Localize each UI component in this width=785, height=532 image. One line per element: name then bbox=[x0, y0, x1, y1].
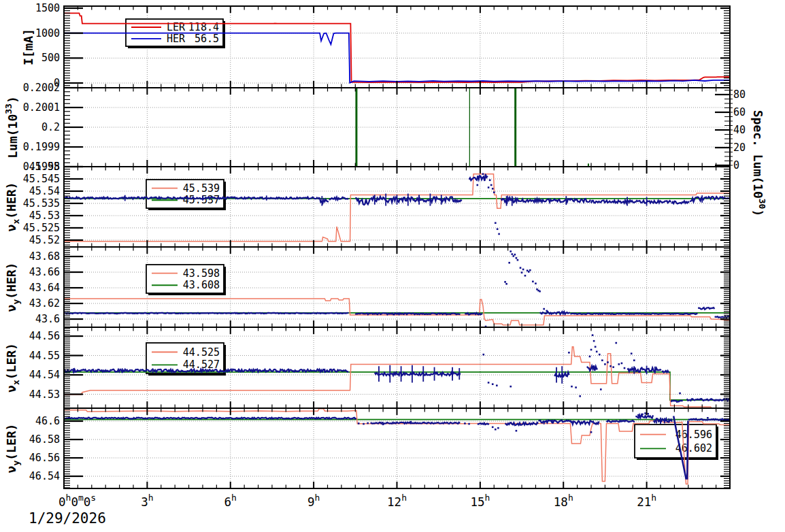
data-point bbox=[410, 421, 412, 423]
y-tick-label: 46.58 bbox=[29, 433, 60, 446]
series-nux-her-meas bbox=[469, 176, 488, 181]
data-point bbox=[590, 349, 592, 351]
data-point bbox=[516, 430, 518, 432]
x-tick-label: 6h bbox=[224, 493, 237, 509]
data-point bbox=[539, 290, 541, 293]
y-tick-label: 500 bbox=[41, 52, 60, 64]
data-point bbox=[363, 423, 365, 425]
series-nux-her-meas bbox=[371, 197, 462, 202]
right-tick-label: 60 bbox=[733, 106, 746, 118]
right-tick-label: 0 bbox=[733, 159, 739, 171]
data-point bbox=[589, 356, 591, 358]
y-tick-label: 45.525 bbox=[23, 222, 60, 234]
data-point bbox=[615, 342, 617, 344]
data-point bbox=[498, 233, 500, 235]
data-point bbox=[641, 414, 644, 416]
series-nux-her-meas bbox=[690, 197, 707, 202]
x-tick-label: 15h bbox=[470, 493, 490, 509]
series-nuy-her-meas bbox=[64, 313, 348, 314]
y-tick-label: 46.6 bbox=[35, 415, 60, 427]
series-nux-her-meas bbox=[518, 199, 590, 202]
data-point bbox=[612, 366, 614, 368]
series-nuy-her-meas bbox=[570, 314, 697, 314]
legend-value: 45.539 bbox=[183, 182, 220, 195]
data-point bbox=[510, 386, 512, 388]
data-point bbox=[520, 267, 522, 269]
data-point bbox=[579, 395, 581, 397]
y-axis-title-beam-current: I[mA] bbox=[21, 29, 35, 65]
data-point bbox=[358, 422, 360, 425]
panel-nuy-her: 43.59843.608 bbox=[64, 248, 730, 329]
legend-value: 56.5 bbox=[195, 33, 219, 45]
legend-value: 44.525 bbox=[183, 346, 220, 359]
data-point bbox=[511, 253, 513, 255]
y-tick-label: 46.54 bbox=[29, 470, 60, 482]
series-nux-ler-meas bbox=[375, 372, 461, 376]
y-axis-title-nuy-ler: νy(LER) bbox=[4, 424, 21, 473]
panel-luminosity bbox=[65, 88, 729, 167]
series-nuy-her-meas bbox=[698, 307, 714, 310]
data-point bbox=[679, 393, 681, 395]
y-tick-label: 0.1999 bbox=[23, 141, 60, 153]
right-tick-label: 20 bbox=[733, 142, 746, 154]
x-tick-label: 18h bbox=[554, 493, 573, 509]
series-nux-her-meas bbox=[329, 197, 348, 200]
date-label: 1/29/2026 bbox=[29, 510, 106, 527]
data-point bbox=[543, 308, 545, 310]
series-nuy-her-meas bbox=[540, 312, 570, 314]
data-point bbox=[490, 184, 492, 186]
y-tick-label: 44.54 bbox=[29, 369, 60, 381]
data-point bbox=[489, 179, 491, 181]
data-point bbox=[633, 359, 635, 361]
data-point bbox=[609, 365, 612, 367]
series-nuy-ler-meas bbox=[607, 420, 635, 422]
y-tick-label: 45.53 bbox=[29, 210, 60, 222]
data-point bbox=[631, 352, 633, 354]
data-point bbox=[505, 283, 507, 285]
y-axis-title-luminosity: Lum(1033) bbox=[3, 96, 20, 159]
series-nuy-ler-meas bbox=[64, 418, 356, 419]
data-point bbox=[497, 228, 499, 230]
series-nux-her-meas bbox=[707, 197, 729, 199]
data-point bbox=[485, 174, 487, 176]
data-point bbox=[707, 417, 709, 419]
x-tick-label: 3h bbox=[141, 493, 153, 509]
y-tick-label: 1000 bbox=[35, 27, 60, 39]
y-tick-label: 1500 bbox=[35, 2, 60, 14]
y-axis-title-nux-her: νx(HER) bbox=[4, 182, 21, 232]
data-point bbox=[476, 184, 478, 186]
data-point bbox=[508, 262, 510, 264]
data-point bbox=[514, 254, 516, 256]
data-point bbox=[571, 386, 573, 388]
y-tick-label: 45.55 bbox=[29, 161, 60, 173]
series-nux-ler-meas bbox=[671, 401, 683, 402]
data-point bbox=[592, 334, 594, 336]
x-tick-label: 21h bbox=[637, 493, 656, 509]
data-point bbox=[621, 363, 623, 365]
y-tick-label: 44.53 bbox=[29, 388, 60, 401]
right-axis-title: Spec. Lum(1030) bbox=[751, 110, 767, 217]
right-tick-label: 40 bbox=[733, 124, 746, 136]
legend-label: HER bbox=[167, 33, 186, 45]
data-point bbox=[600, 388, 602, 390]
data-point bbox=[488, 186, 490, 188]
y-axis-title-nuy-her: νy(HER) bbox=[4, 263, 21, 312]
data-point bbox=[647, 413, 649, 415]
data-point bbox=[482, 173, 484, 175]
data-point bbox=[522, 269, 524, 271]
data-point bbox=[492, 188, 494, 190]
data-point bbox=[529, 269, 531, 271]
y-tick-label: 0.2001 bbox=[23, 101, 60, 114]
y-tick-label: 43.6 bbox=[35, 313, 60, 325]
plot-svg: LER118.4HER56.5150010005000I[mA]0.20020.… bbox=[0, 0, 785, 532]
series-nuy-ler-meas bbox=[371, 422, 460, 424]
panel-nuy-ler: 46.59646.602 bbox=[64, 409, 730, 488]
series-nux-her-meas bbox=[671, 201, 689, 204]
data-point bbox=[604, 363, 606, 365]
data-point bbox=[595, 346, 597, 348]
data-point bbox=[504, 281, 506, 283]
series-nux-ler-meas bbox=[627, 368, 661, 372]
data-point bbox=[524, 275, 527, 277]
x-tick-label: 12h bbox=[387, 493, 407, 509]
data-point bbox=[528, 271, 530, 273]
